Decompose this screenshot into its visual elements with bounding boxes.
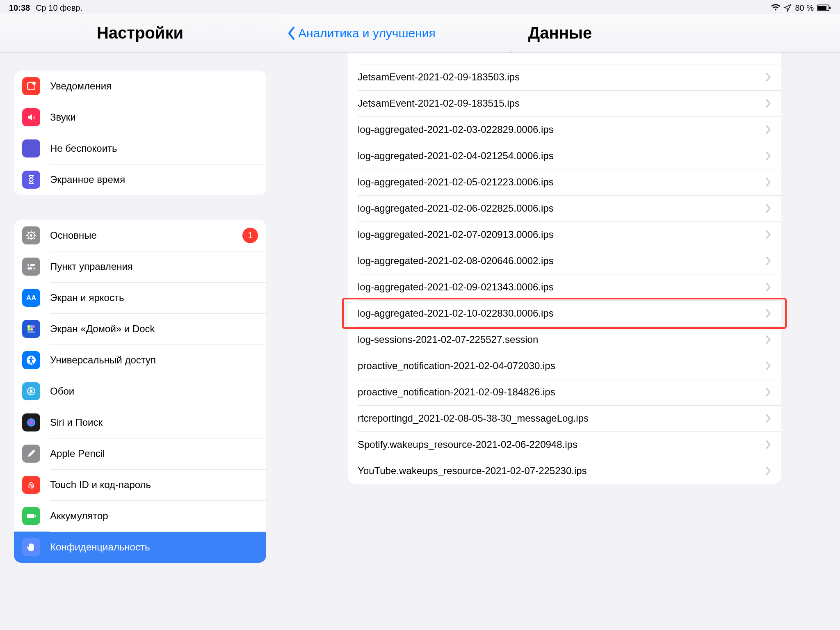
general-icon	[22, 226, 40, 244]
pencil-icon	[22, 445, 40, 463]
log-filename: log-aggregated-2021-02-06-022825.0006.ip…	[358, 203, 760, 214]
svg-rect-15	[27, 328, 30, 331]
chevron-right-icon	[765, 361, 771, 370]
svg-point-19	[30, 357, 32, 359]
battery-icon	[22, 507, 40, 525]
chevron-right-icon	[765, 151, 771, 160]
chevron-right-icon	[765, 466, 771, 475]
data-row[interactable]: JetsamEvent-2021-02-09-183503.ips	[348, 64, 781, 90]
sidebar-item-label: Уведомления	[50, 80, 258, 92]
display-icon: AA	[22, 289, 40, 307]
sidebar-item-access[interactable]: Универсальный доступ	[14, 345, 266, 376]
log-filename: log-aggregated-2021-02-03-022829.0006.ip…	[358, 124, 760, 135]
chevron-right-icon	[765, 256, 771, 265]
chevron-right-icon	[765, 125, 771, 134]
chevron-right-icon	[765, 283, 771, 292]
log-filename: log-aggregated-2021-02-09-021343.0006.ip…	[358, 281, 760, 293]
log-filename: YouTube.wakeups_resource-2021-02-07-2252…	[358, 465, 760, 477]
svg-point-10	[32, 267, 34, 269]
sidebar-item-label: Универсальный доступ	[50, 354, 258, 366]
log-filename: log-aggregated-2021-02-10-022830.0006.ip…	[358, 308, 760, 319]
data-row[interactable]: JetsamEvent-2021-02-08-215846.ips	[348, 52, 781, 64]
sidebar-item-sounds[interactable]: Звуки	[14, 102, 266, 133]
sidebar-item-label: Touch ID и код-пароль	[50, 479, 258, 491]
settings-title: Настройки	[0, 14, 280, 52]
status-date: Ср 10 февр.	[36, 3, 82, 13]
sidebar-item-display[interactable]: AAЭкран и яркость	[14, 282, 266, 313]
svg-rect-1	[818, 6, 826, 10]
sidebar-item-label: Пункт управления	[50, 261, 258, 272]
access-icon	[22, 351, 40, 369]
sounds-icon	[22, 108, 40, 126]
analytics-data-list[interactable]: JetsamEvent-2021-02-08-215846.ipsJetsamE…	[348, 52, 781, 484]
svg-rect-13	[30, 325, 33, 328]
sidebar-item-home[interactable]: Экран «Домой» и Dock	[14, 313, 266, 345]
chevron-right-icon	[765, 73, 771, 82]
data-row[interactable]: proactive_notification-2021-02-09-184826…	[348, 379, 781, 405]
sidebar-item-battery[interactable]: Аккумулятор	[14, 500, 266, 532]
data-row[interactable]: log-aggregated-2021-02-06-022825.0006.ip…	[348, 195, 781, 221]
chevron-right-icon	[765, 230, 771, 239]
sidebar-item-general[interactable]: Основные1	[14, 220, 266, 251]
log-filename: proactive_notification-2021-02-09-184826…	[358, 386, 760, 398]
data-row[interactable]: log-aggregated-2021-02-04-021254.0006.ip…	[348, 143, 781, 169]
data-row[interactable]: YouTube.wakeups_resource-2021-02-07-2252…	[348, 458, 781, 484]
data-row[interactable]: log-aggregated-2021-02-08-020646.0002.ip…	[348, 248, 781, 274]
log-filename: JetsamEvent-2021-02-09-183515.ips	[358, 98, 760, 109]
touchid-icon	[22, 476, 40, 494]
sidebar-item-label: Не беспокоить	[50, 143, 258, 154]
svg-point-6	[30, 234, 32, 237]
data-row[interactable]: log-sessions-2021-02-07-225527.session	[348, 326, 781, 353]
data-row[interactable]: JetsamEvent-2021-02-09-183515.ips	[348, 90, 781, 116]
data-row[interactable]: rtcreportingd_2021-02-08-05-38-30_messag…	[348, 405, 781, 431]
sidebar-item-pencil[interactable]: Apple Pencil	[14, 438, 266, 469]
sidebar-item-label: Обои	[50, 386, 258, 397]
data-row[interactable]: log-aggregated-2021-02-05-021223.0006.ip…	[348, 169, 781, 195]
sidebar-item-label: Основные	[50, 230, 238, 241]
data-row[interactable]: Spotify.wakeups_resource-2021-02-06-2209…	[348, 431, 781, 458]
log-filename: proactive_notification-2021-02-04-072030…	[358, 360, 760, 372]
data-row[interactable]: log-aggregated-2021-02-10-022830.0006.ip…	[348, 300, 781, 326]
chevron-right-icon	[765, 204, 771, 213]
sidebar-item-label: Аккумулятор	[50, 510, 258, 522]
sidebar-item-screentime[interactable]: Экранное время	[14, 164, 266, 195]
log-filename: log-sessions-2021-02-07-225527.session	[358, 334, 760, 345]
chevron-right-icon	[765, 309, 771, 318]
svg-rect-17	[27, 331, 35, 333]
data-row[interactable]: log-aggregated-2021-02-03-022829.0006.ip…	[348, 116, 781, 143]
svg-text:AA: AA	[26, 294, 37, 302]
wallpaper-icon	[22, 382, 40, 400]
location-icon	[783, 4, 792, 12]
settings-sidebar[interactable]: УведомленияЗвукиНе беспокоитьЭкранное вр…	[0, 52, 280, 630]
svg-rect-12	[27, 325, 30, 328]
chevron-right-icon	[765, 440, 771, 449]
sidebar-item-dnd[interactable]: Не беспокоить	[14, 133, 266, 164]
battery-icon	[817, 5, 831, 11]
sidebar-item-privacy[interactable]: Конфиденциальность	[14, 532, 266, 563]
detail-title: Данные	[528, 24, 592, 42]
data-row[interactable]: log-aggregated-2021-02-07-020913.0006.ip…	[348, 221, 781, 248]
sidebar-item-label: Экран и яркость	[50, 292, 258, 304]
chevron-right-icon	[765, 388, 771, 397]
back-button[interactable]: Аналитика и улучшения	[288, 26, 436, 40]
sidebar-item-siri[interactable]: Siri и Поиск	[14, 407, 266, 438]
siri-icon	[22, 413, 40, 431]
log-filename: Spotify.wakeups_resource-2021-02-06-2209…	[358, 439, 760, 450]
chevron-left-icon	[288, 26, 296, 40]
sidebar-item-label: Экран «Домой» и Dock	[50, 323, 258, 335]
data-row[interactable]: proactive_notification-2021-02-04-072030…	[348, 353, 781, 379]
svg-rect-24	[35, 515, 36, 517]
chevron-right-icon	[765, 99, 771, 108]
sidebar-item-control[interactable]: Пункт управления	[14, 251, 266, 282]
data-row[interactable]: log-aggregated-2021-02-09-021343.0006.ip…	[348, 274, 781, 300]
dnd-icon	[22, 139, 40, 158]
wifi-icon	[771, 4, 780, 11]
badge: 1	[242, 228, 258, 243]
svg-rect-23	[27, 514, 34, 518]
sidebar-item-notifications[interactable]: Уведомления	[14, 71, 266, 102]
privacy-icon	[22, 538, 40, 556]
log-filename: log-aggregated-2021-02-04-021254.0006.ip…	[358, 150, 760, 162]
log-filename: log-aggregated-2021-02-05-021223.0006.ip…	[358, 176, 760, 188]
sidebar-item-wallpaper[interactable]: Обои	[14, 376, 266, 407]
sidebar-item-touchid[interactable]: Touch ID и код-пароль	[14, 469, 266, 500]
